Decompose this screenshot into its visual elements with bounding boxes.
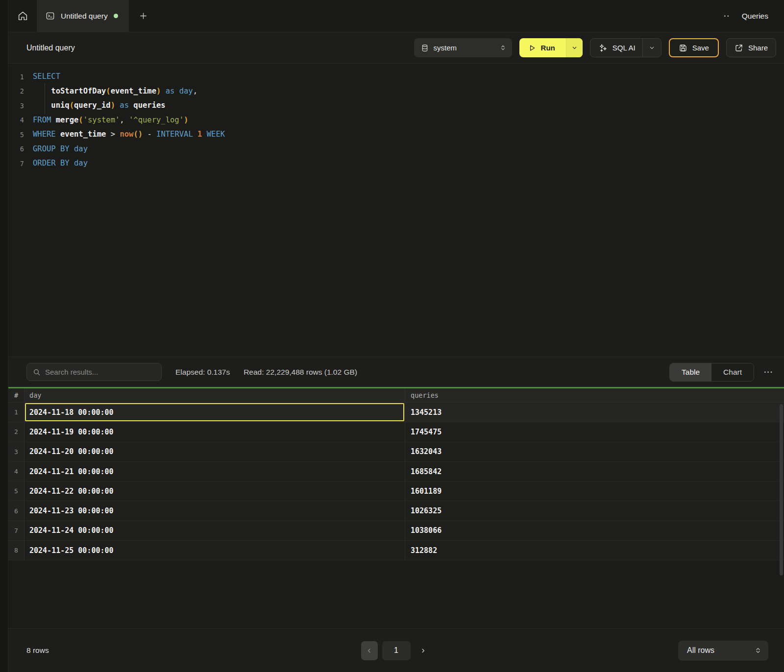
line-number: 3 xyxy=(8,102,33,110)
sql-console-window: Untitled query ·· Queries Untitled query xyxy=(0,0,784,672)
day-value: 2024-11-25 00:00:00 xyxy=(29,546,114,555)
table-row[interactable]: 42024-11-21 00:00:001685842 xyxy=(8,462,784,481)
query-toolbar: Untitled query system xyxy=(8,32,784,64)
home-button[interactable] xyxy=(8,0,37,32)
code-line[interactable]: 7ORDER BY day xyxy=(8,156,784,171)
sql-ai-button[interactable]: SQL AI xyxy=(590,39,642,57)
row-index: 8 xyxy=(8,541,24,560)
day-value: 2024-11-21 00:00:00 xyxy=(29,467,114,476)
row-index: 4 xyxy=(8,462,24,481)
index-column-header: # xyxy=(8,388,24,402)
queries-cell[interactable]: 1601189 xyxy=(405,481,784,501)
tab-label: Untitled query xyxy=(61,12,108,21)
queries-value: 1026325 xyxy=(411,506,441,515)
sql-ai-options-button[interactable] xyxy=(642,39,661,57)
row-index: 1 xyxy=(8,403,24,422)
day-value: 2024-11-19 00:00:00 xyxy=(29,428,114,436)
left-rail xyxy=(0,0,8,672)
queries-cell[interactable]: 1345213 xyxy=(405,403,784,422)
results-toolbar: Elapsed: 0.137s Read: 22,229,488 rows (1… xyxy=(8,357,784,387)
save-button[interactable]: Save xyxy=(669,38,719,57)
table-row[interactable]: 32024-11-20 00:00:001632043 xyxy=(8,442,784,462)
table-row[interactable]: 62024-11-23 00:00:001026325 xyxy=(8,501,784,521)
run-options-button[interactable] xyxy=(566,38,583,57)
queries-column-header[interactable]: queries xyxy=(405,388,784,402)
page-size-select[interactable]: All rows xyxy=(678,641,768,661)
table-row[interactable]: 72024-11-24 00:00:001038066 xyxy=(8,521,784,541)
day-cell[interactable]: 2024-11-23 00:00:00 xyxy=(24,501,405,520)
chevron-down-icon xyxy=(649,45,655,51)
day-cell[interactable]: 2024-11-20 00:00:00 xyxy=(24,442,405,461)
table-row[interactable]: 82024-11-25 00:00:00312882 xyxy=(8,541,784,560)
row-index: 7 xyxy=(8,521,24,540)
table-row[interactable]: 12024-11-18 00:00:001345213 xyxy=(8,403,784,422)
chevron-left-icon xyxy=(366,648,372,654)
next-page-button[interactable] xyxy=(415,641,432,660)
tabbar-more-icon[interactable]: ·· xyxy=(724,12,730,21)
sql-editor[interactable]: 1SELECT2 toStartOfDay(event_time) as day… xyxy=(8,64,784,357)
queries-cell[interactable]: 312882 xyxy=(405,541,784,560)
view-toggle-chart[interactable]: Chart xyxy=(711,363,754,381)
table-row[interactable]: 22024-11-19 00:00:001745475 xyxy=(8,422,784,442)
queries-cell[interactable]: 1026325 xyxy=(405,501,784,520)
code-line[interactable]: 4FROM merge('system', '^query_log') xyxy=(8,113,784,128)
table-scrollbar[interactable] xyxy=(780,404,783,576)
new-tab-button[interactable] xyxy=(129,0,158,32)
search-results-input[interactable] xyxy=(45,368,155,376)
table-header: # day queries xyxy=(8,388,784,403)
share-button[interactable]: Share xyxy=(726,38,776,57)
day-column-header[interactable]: day xyxy=(24,388,405,402)
code-text: WHERE event_time > now() - INTERVAL 1 WE… xyxy=(33,127,225,142)
day-cell[interactable]: 2024-11-21 00:00:00 xyxy=(24,462,405,481)
line-number: 2 xyxy=(8,87,33,95)
current-page-button[interactable]: 1 xyxy=(382,641,411,660)
select-chevrons-icon xyxy=(755,647,761,654)
run-button[interactable]: Run xyxy=(519,38,566,57)
queries-cell[interactable]: 1745475 xyxy=(405,422,784,441)
line-number: 4 xyxy=(8,116,33,124)
prev-page-button[interactable] xyxy=(361,641,378,660)
share-icon xyxy=(735,44,743,52)
code-line[interactable]: 5WHERE event_time > now() - INTERVAL 1 W… xyxy=(8,127,784,142)
day-value: 2024-11-23 00:00:00 xyxy=(29,506,114,515)
view-toggle-table[interactable]: Table xyxy=(670,363,711,381)
day-cell[interactable]: 2024-11-18 00:00:00 xyxy=(24,403,405,422)
code-line[interactable]: 2 toStartOfDay(event_time) as day, xyxy=(8,84,784,99)
page-size-value: All rows xyxy=(687,646,755,655)
row-index: 5 xyxy=(8,481,24,501)
query-terminal-icon xyxy=(46,11,55,21)
elapsed-stat: Elapsed: 0.137s xyxy=(175,368,230,377)
code-line[interactable]: 3 uniq(query_id) as queries xyxy=(8,98,784,113)
row-index: 6 xyxy=(8,501,24,520)
search-icon xyxy=(33,368,41,376)
day-cell[interactable]: 2024-11-19 00:00:00 xyxy=(24,422,405,441)
queries-nav-link[interactable]: Queries xyxy=(742,12,768,21)
queries-value: 1038066 xyxy=(411,526,441,535)
table-body: 12024-11-18 00:00:00134521322024-11-19 0… xyxy=(8,403,784,560)
day-cell[interactable]: 2024-11-24 00:00:00 xyxy=(24,521,405,540)
share-button-label: Share xyxy=(748,44,768,52)
play-icon xyxy=(528,44,536,52)
day-cell[interactable]: 2024-11-22 00:00:00 xyxy=(24,481,405,501)
queries-cell[interactable]: 1632043 xyxy=(405,442,784,461)
sql-ai-button-group: SQL AI xyxy=(590,38,662,57)
queries-value: 1632043 xyxy=(411,447,441,456)
database-select[interactable]: system xyxy=(414,38,512,57)
table-row[interactable]: 52024-11-22 00:00:001601189 xyxy=(8,481,784,501)
queries-cell[interactable]: 1038066 xyxy=(405,521,784,540)
sparkles-icon xyxy=(598,43,608,52)
code-text: uniq(query_id) as queries xyxy=(33,98,166,113)
day-cell[interactable]: 2024-11-25 00:00:00 xyxy=(24,541,405,560)
run-button-group: Run xyxy=(519,38,583,57)
search-results-box[interactable] xyxy=(26,363,162,381)
code-line[interactable]: 6GROUP BY day xyxy=(8,142,784,157)
queries-cell[interactable]: 1685842 xyxy=(405,462,784,481)
code-line[interactable]: 1SELECT xyxy=(8,70,784,84)
read-stat: Read: 22,229,488 rows (1.02 GB) xyxy=(244,368,357,377)
results-more-icon[interactable]: ··· xyxy=(764,368,773,377)
code-text: toStartOfDay(event_time) as day, xyxy=(33,84,197,99)
tab-untitled-query[interactable]: Untitled query xyxy=(37,0,129,32)
code-text: ORDER BY day xyxy=(33,156,88,171)
row-index: 3 xyxy=(8,442,24,461)
save-button-label: Save xyxy=(692,44,709,52)
